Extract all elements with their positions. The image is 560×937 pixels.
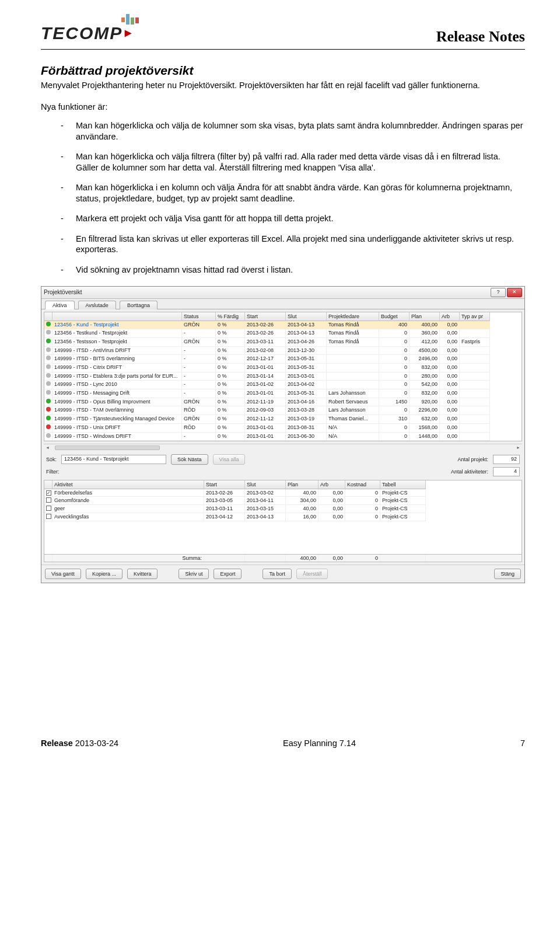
sok-nasta-button[interactable]: Sök Nästa: [171, 454, 208, 465]
visa-gantt-button[interactable]: Visa gantt: [45, 569, 81, 579]
sok-label: Sök:: [46, 457, 57, 462]
table-row[interactable]: 149999 - ITSD - Citrix DRIFT-0 %2013-01-…: [44, 364, 522, 372]
export-button[interactable]: Export: [214, 569, 242, 579]
table-row[interactable]: 149999 - ITSD - Etablera 3:dje parts por…: [44, 372, 522, 381]
table-row[interactable]: 123456 - Testkund - Testprojekt-0 %2013-…: [44, 329, 522, 338]
hscrollbar[interactable]: [44, 444, 522, 451]
kvittera-button[interactable]: Kvittera: [127, 569, 158, 579]
antal-projekt-label: Antal projekt:: [457, 457, 488, 462]
table-row[interactable]: 149999 - ITSD - Lync 2010-0 %2013-01-022…: [44, 381, 522, 389]
table-row[interactable]: 149999 - ITSD - Windows DRIFT-0 %2013-01…: [44, 433, 522, 441]
button-bar: Visa gantt Kopiera ... Kvittera Skriv ut…: [41, 565, 524, 583]
footer-release-label: Release: [41, 739, 73, 748]
help-button[interactable]: ?: [491, 288, 506, 297]
logo: TECOMP▸: [41, 18, 139, 43]
screenshot-window: Projektöversikt ? ✕ Aktiva Avslutade Bor…: [41, 286, 525, 584]
tab-aktiva[interactable]: Aktiva: [45, 301, 75, 309]
feature-bullet: Markera ett projekt och välja Visa gantt…: [61, 213, 525, 224]
filter-label: Filter:: [46, 469, 60, 475]
activity-row[interactable]: geer2013-03-112013-03-1540,000,000Projek…: [44, 505, 522, 513]
footer-page: 7: [520, 739, 525, 748]
table-row[interactable]: 149999 - ITSD - Opus Billing ImprovmentG…: [44, 398, 522, 407]
lead-paragraph: Menyvalet Projekthantering heter nu Proj…: [41, 80, 525, 91]
doc-title: Release Notes: [436, 28, 525, 46]
visa-alla-button[interactable]: Visa alla: [213, 454, 246, 465]
table-row[interactable]: 123456 - Testsson - TestprojektGRÖN0 %20…: [44, 338, 522, 347]
table-row[interactable]: 123456 - Kund - TestprojektGRÖN0 %2013-0…: [44, 321, 522, 330]
feature-bullet: Vid sökning av projektnamn visas hittad …: [61, 264, 525, 276]
tab-avslutade[interactable]: Avslutade: [78, 301, 116, 309]
activity-row[interactable]: Genomförande2013-03-052013-04-11304,000,…: [44, 497, 522, 505]
feature-bullet: Man kan högerklicka och välja filtrera (…: [61, 151, 525, 173]
activity-row[interactable]: ✓Förberedelsefas2013-02-262013-03-0240,0…: [44, 489, 522, 497]
antal-aktiviteter-value: 4: [493, 467, 520, 476]
stang-button[interactable]: Stäng: [494, 569, 521, 579]
close-button[interactable]: ✕: [507, 288, 522, 297]
feature-list: Man kan högerklicka och välja de kolumne…: [41, 120, 525, 275]
footer-release-date: 2013-03-24: [75, 739, 118, 748]
logo-text: TECOMP▸: [41, 23, 132, 43]
window-title: Projektöversikt: [44, 289, 82, 295]
table-row[interactable]: 149999 - ITSD - Unix DRIFTRÖD0 %2013-01-…: [44, 424, 522, 433]
section-heading: Förbättrad projektöversikt: [41, 64, 525, 78]
window-titlebar: Projektöversikt ? ✕: [41, 287, 524, 299]
table-row[interactable]: 149999 - ITSD - BITS överlämning-0 %2012…: [44, 355, 522, 364]
table-row[interactable]: 149999 - ITSD - Messaging Drift-0 %2013-…: [44, 389, 522, 398]
skrivut-button[interactable]: Skriv ut: [178, 569, 209, 579]
search-input[interactable]: 123456 - Kund - Testprojekt: [61, 455, 166, 464]
table-row[interactable]: 149999 - ITSD - Tjänsteutveckling Manage…: [44, 415, 522, 424]
feature-bullet: Man kan högerklicka i en kolumn och välj…: [61, 182, 525, 204]
activity-row[interactable]: Avvecklingsfas2013-04-122013-04-1316,000…: [44, 513, 522, 521]
aterstall-button[interactable]: Återställ: [296, 569, 328, 579]
antal-projekt-value: 92: [493, 455, 520, 464]
page-footer: Release 2013-03-24 Easy Planning 7.14 7: [41, 735, 525, 748]
footer-product: Easy Planning 7.14: [283, 739, 356, 748]
kopiera-button[interactable]: Kopiera ...: [86, 569, 123, 579]
header-rule: [41, 49, 525, 50]
feature-bullet: Man kan högerklicka och välja de kolumne…: [61, 120, 525, 142]
feature-bullet: En filtrerad lista kan skrivas ut eller …: [61, 234, 525, 255]
projects-grid[interactable]: Status% FärdigStartSlutProjektledareBudg…: [44, 312, 522, 442]
antal-aktiviteter-label: Antal aktiviteter:: [451, 469, 488, 475]
table-row[interactable]: 149999 - ITSD - AntiVirus DRIFT-0 %2013-…: [44, 347, 522, 356]
tab-borttagna[interactable]: Borttagna: [120, 301, 158, 309]
tab-bar: Aktiva Avslutade Borttagna: [41, 299, 524, 309]
table-row[interactable]: 149999 - ITSD - TAM överlämningRÖD0 %201…: [44, 406, 522, 415]
tabort-button[interactable]: Ta bort: [262, 569, 292, 579]
activities-grid[interactable]: AktivitetStartSlutPlanArbKostnadTabell ✓…: [44, 480, 522, 562]
intro-line: Nya funktioner är:: [41, 102, 525, 113]
